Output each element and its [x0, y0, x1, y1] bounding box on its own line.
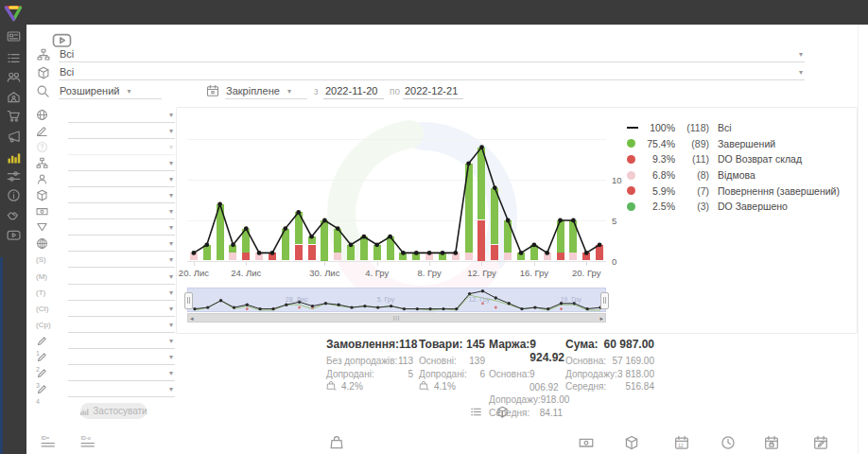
footer-calendar12-icon[interactable]: 12: [674, 435, 689, 450]
filter-select-3[interactable]: [68, 140, 175, 155]
stat-sub-row: Основна:57 169.00: [565, 355, 654, 368]
x-tickmark: [586, 262, 587, 266]
stat-column-1: Замовлення:118Без допродажів:113Допродан…: [326, 338, 413, 393]
globe-filter-icon: [36, 109, 48, 121]
pencil-filter-icon-number: 4: [36, 398, 40, 405]
sidebar-item-sliders-icon[interactable]: [7, 169, 21, 183]
footer-cube-icon[interactable]: [624, 435, 639, 450]
chip-filter-icon: (Ct): [36, 303, 48, 315]
sidebar-item-handshake-icon[interactable]: [7, 208, 21, 222]
stats-cube-icon[interactable]: [496, 406, 509, 418]
period-type-select[interactable]: Закріплене: [225, 84, 307, 99]
filter-select-13[interactable]: [68, 302, 175, 317]
filter-select-5[interactable]: [68, 172, 175, 187]
search-icon[interactable]: [36, 84, 50, 98]
scroll-right-arrow[interactable]: ▸: [599, 314, 603, 323]
filter-row-money: [36, 204, 168, 219]
question-filter-icon: [36, 141, 48, 153]
footer-money-icon[interactable]: [579, 435, 594, 450]
stat-sub-label: Основна:: [565, 355, 606, 368]
footer-bag-icon[interactable]: [329, 435, 344, 450]
scroll-left-arrow[interactable]: ◂: [190, 314, 194, 323]
x-tickmark: [429, 262, 430, 266]
filter-select-4[interactable]: [68, 156, 175, 171]
filter-row-person: [36, 172, 168, 187]
legend-item[interactable]: 9.3%(11)DO Возврат склад: [627, 151, 840, 167]
stats-list-icon[interactable]: [470, 406, 482, 418]
navigator-date-label: 28. Лис: [286, 296, 308, 303]
filter-select-7[interactable]: [68, 204, 175, 219]
sidebar-item-list-icon[interactable]: [7, 51, 21, 65]
sidebar-item-banner-icon[interactable]: [7, 29, 21, 44]
apply-button[interactable]: Застосувати: [80, 403, 147, 419]
sidebar-item-users-icon[interactable]: [7, 70, 21, 84]
legend-item[interactable]: 2.5%(3)DO Завершено: [627, 199, 840, 215]
filter-select-18[interactable]: [68, 382, 175, 397]
footer-idlines-ID-o-icon[interactable]: ID-o: [80, 435, 95, 450]
filter-select-16[interactable]: [68, 350, 175, 365]
footer-calendarlock-icon[interactable]: [764, 435, 779, 450]
stat-sub-value: 3 818.00: [617, 368, 654, 381]
calendar-icon[interactable]: [206, 84, 219, 97]
legend-marker-icon: [627, 155, 641, 164]
stat-sub-row: Допродані:5: [326, 368, 413, 381]
sidebar-item-cart-icon[interactable]: [7, 109, 21, 123]
legend-percent: 100%: [641, 122, 675, 133]
apply-button-label: Застосувати: [93, 406, 147, 416]
filter-select-17[interactable]: [68, 366, 175, 381]
chart-legend: 100%(118)Всі75.4%(89)Завершений9.3%(11)D…: [627, 120, 840, 215]
funnel-scope-value: Всі: [60, 47, 74, 61]
search-mode-value: Розширений: [60, 84, 119, 97]
scroll-grip[interactable]: |||: [393, 315, 401, 322]
date-to-field[interactable]: 2022-12-21: [403, 84, 463, 99]
stat-sub-row: Допродажу:918.00: [489, 393, 563, 407]
date-from-field[interactable]: 2022-11-20: [323, 84, 384, 99]
sidebar-scroll-indicator[interactable]: [0, 257, 3, 454]
filter-select-10[interactable]: [68, 253, 175, 268]
sidebar-item-info-icon[interactable]: [7, 188, 21, 202]
legend-item[interactable]: 6.8%(8)Відмова: [627, 167, 840, 183]
navigator-right-handle[interactable]: [600, 292, 609, 309]
footer-calendaredit-icon[interactable]: [813, 435, 828, 450]
svg-text:12: 12: [678, 443, 684, 448]
top-bar: [0, 0, 868, 25]
filter-row-(T): (T): [36, 286, 168, 301]
stat-sub-value: 9 006.92: [529, 368, 563, 393]
svg-text:x: x: [427, 387, 430, 392]
legend-count: (11): [675, 153, 709, 165]
legend-item[interactable]: 100%(118)Всі: [627, 120, 840, 136]
x-tick-label: 8. Гру: [418, 268, 442, 278]
y-tick-0: 0: [612, 256, 629, 267]
stat-sub-label: Допродажу:: [489, 393, 541, 407]
chart-range-navigator[interactable]: 28. Лис5. Гру12. Гру19. Гру: [187, 288, 606, 312]
filter-select-8[interactable]: [68, 220, 175, 236]
search-mode-select[interactable]: Розширений: [59, 84, 162, 99]
filter-select-14[interactable]: [68, 318, 175, 333]
chart-horizontal-scrollbar[interactable]: ◂▸|||: [187, 313, 606, 323]
sidebar-item-home-icon[interactable]: [7, 90, 21, 104]
sidebar-item-chartbars-icon[interactable]: [7, 150, 21, 165]
filter-select-15[interactable]: [68, 334, 175, 349]
filter-row-(S): (S): [36, 253, 168, 268]
footer-idlines-ID=-icon[interactable]: ID=: [41, 435, 56, 450]
upsell-rate-icon: x: [326, 380, 338, 393]
stat-sub-row: Основні:139: [419, 355, 485, 368]
legend-item[interactable]: 75.4%(89)Завершений: [627, 136, 840, 152]
filter-select-1[interactable]: [68, 108, 175, 123]
filter-select-11[interactable]: [68, 270, 175, 285]
funnel-scope-select[interactable]: Всі: [59, 47, 805, 62]
filter-select-9[interactable]: [68, 236, 175, 252]
money-filter-icon: [36, 205, 48, 218]
filter-select-6[interactable]: [68, 188, 175, 203]
filter-select-12[interactable]: [68, 286, 175, 301]
legend-item[interactable]: 5.9%(7)Повернення (завершений): [627, 183, 840, 199]
navigator-left-handle[interactable]: [184, 292, 193, 309]
navigator-date-label: 19. Гру: [560, 296, 581, 303]
orders-chart-plot[interactable]: [187, 114, 606, 262]
product-scope-select[interactable]: Всі: [59, 65, 805, 80]
sidebar-item-video-icon[interactable]: [7, 228, 21, 242]
footer-clock-icon[interactable]: [720, 435, 736, 450]
x-tickmark: [324, 262, 325, 266]
filter-select-2[interactable]: [68, 124, 175, 139]
sidebar-item-megaphone-icon[interactable]: [7, 130, 21, 144]
